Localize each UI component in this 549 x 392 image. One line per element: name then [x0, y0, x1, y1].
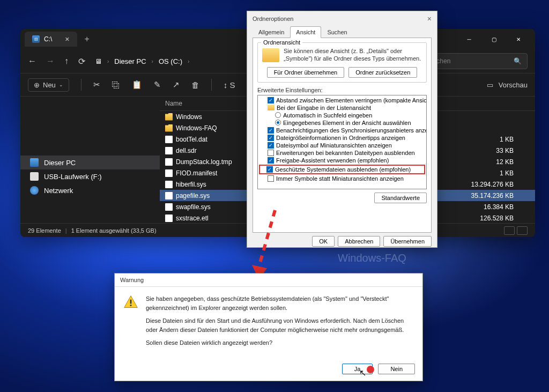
- folder-icon: [165, 124, 173, 132]
- no-button[interactable]: Nein: [378, 364, 415, 374]
- close-button[interactable]: ✕: [506, 29, 531, 49]
- new-button[interactable]: ⊕ Neu ⌄: [28, 78, 69, 92]
- view-list-icon[interactable]: [504, 226, 515, 235]
- tab-search[interactable]: Suchen: [321, 26, 353, 38]
- chevron-right-icon: ›: [152, 58, 153, 64]
- folder-icon: [262, 48, 279, 62]
- folder-icon: [268, 105, 274, 110]
- separator: [81, 79, 81, 91]
- cancel-button[interactable]: Abbrechen: [338, 236, 380, 247]
- folder-view-group: Ordneransicht Sie können diese Ansicht (…: [257, 42, 427, 83]
- folder-icon: [165, 113, 173, 121]
- share-icon[interactable]: ↗: [173, 80, 180, 90]
- tree-item[interactable]: Automatisch in Suchfeld eingeben: [260, 112, 424, 119]
- checkbox-icon[interactable]: ✓: [268, 127, 274, 134]
- delete-icon[interactable]: 🗑: [191, 80, 199, 90]
- maximize-button[interactable]: ▢: [481, 29, 506, 49]
- tab-title: C:\: [44, 35, 52, 43]
- status-count: 29 Elemente: [28, 227, 61, 234]
- sidebar-item-network[interactable]: Netzwerk: [20, 183, 160, 197]
- tree-item-protected-files[interactable]: ✓Geschützte Systemdateien ausblenden (em…: [259, 165, 425, 174]
- tree-item[interactable]: ✓Dateisymbol auf Miniaturansichten anzei…: [260, 142, 424, 149]
- new-tab-button[interactable]: +: [85, 34, 90, 44]
- usb-icon: [30, 172, 39, 181]
- back-button[interactable]: ←: [28, 56, 36, 66]
- breadcrumb-item[interactable]: OS (C:): [159, 57, 182, 65]
- reset-folders-button[interactable]: Ordner zurücksetzen: [348, 67, 417, 78]
- close-icon[interactable]: ×: [65, 35, 69, 43]
- svg-rect-3: [130, 300, 132, 304]
- globe-icon: [30, 186, 39, 195]
- copy-icon[interactable]: ⿻: [112, 80, 120, 90]
- breadcrumb-item[interactable]: Dieser PC: [114, 57, 146, 65]
- file-icon: [165, 147, 173, 154]
- chevron-right-icon: ›: [188, 58, 189, 64]
- tab-view[interactable]: Ansicht: [290, 26, 321, 38]
- paste-icon[interactable]: 📋: [132, 80, 142, 90]
- file-icon: [165, 136, 173, 143]
- tree-item[interactable]: ✓Dateigrößeinformationen in Ordnertipps …: [260, 134, 424, 142]
- tree-item[interactable]: ✓Abstand zwischen Elementen verringern (…: [260, 97, 424, 104]
- forward-button[interactable]: →: [46, 56, 55, 66]
- defaults-button[interactable]: Standardwerte: [374, 193, 427, 203]
- dialog-title: Warnung: [115, 273, 422, 287]
- view-grid-icon[interactable]: [517, 226, 528, 235]
- warning-text: Sie haben angegeben, dass geschützte Bet…: [146, 294, 414, 352]
- separator: [211, 79, 212, 91]
- search-icon: 🔍: [514, 57, 522, 65]
- checkbox-icon[interactable]: ✓: [268, 142, 274, 149]
- sort-icon[interactable]: ↕ S: [224, 80, 235, 90]
- checkbox-icon[interactable]: ✓: [266, 166, 273, 173]
- advanced-label: Erweiterte Einstellungen:: [257, 87, 427, 93]
- dialog-title: Ordneroptionen ×: [247, 11, 437, 26]
- refresh-button[interactable]: ⟳: [78, 56, 85, 66]
- tree-item[interactable]: Immer Symbole statt Miniaturansichten an…: [260, 175, 424, 182]
- tree-item[interactable]: ✓Freigabe-Assistent verwenden (empfohlen…: [260, 157, 424, 164]
- tree-item[interactable]: Eingegebenes Element in der Ansicht ausw…: [260, 119, 424, 127]
- column-name[interactable]: Name: [165, 100, 182, 107]
- sidebar-item-this-pc[interactable]: Dieser PC: [20, 156, 160, 169]
- advanced-settings-tree[interactable]: ✓Abstand zwischen Elementen verringern (…: [257, 95, 427, 189]
- status-selected: 1 Element ausgewählt (33,5 GB): [71, 227, 157, 234]
- file-icon: [165, 203, 173, 211]
- drive-icon: ⊟: [32, 35, 40, 43]
- tree-item[interactable]: ✓Benachrichtigungen des Synchronisierung…: [260, 127, 424, 134]
- tab-general[interactable]: Allgemein: [253, 26, 290, 38]
- warning-icon: [123, 294, 138, 309]
- file-icon: [165, 215, 173, 222]
- rename-icon[interactable]: ✎: [154, 80, 161, 90]
- chevron-right-icon: ›: [107, 58, 109, 64]
- up-button[interactable]: ↑: [64, 56, 69, 66]
- annotation-marker: [367, 366, 374, 373]
- chevron-down-icon: ⌄: [59, 82, 63, 87]
- ok-button[interactable]: OK: [312, 236, 335, 247]
- tab-active[interactable]: ⊟ C:\ ×: [25, 32, 77, 47]
- file-icon: [165, 181, 173, 188]
- file-icon: [165, 192, 173, 199]
- sidebar-item-usb[interactable]: USB-Laufwerk (F:): [20, 169, 160, 183]
- folder-options-dialog: Ordneroptionen × Allgemein Ansicht Suche…: [247, 11, 437, 248]
- monitor-icon: [30, 158, 39, 167]
- tabs: Allgemein Ansicht Suchen: [247, 26, 437, 38]
- radio-icon[interactable]: [275, 112, 281, 118]
- yes-button[interactable]: Ja: [342, 364, 373, 374]
- apply-button[interactable]: Übernehmen: [383, 236, 432, 247]
- close-icon[interactable]: ×: [427, 14, 432, 23]
- checkbox-icon[interactable]: ✓: [268, 157, 274, 164]
- warning-dialog: Warnung Sie haben angegeben, dass geschü…: [114, 273, 423, 381]
- tree-item[interactable]: Bei der Eingabe in der Listenansicht: [260, 104, 424, 112]
- checkbox-icon[interactable]: ✓: [268, 97, 274, 103]
- cut-icon[interactable]: ✂: [93, 80, 100, 90]
- checkbox-icon[interactable]: [268, 175, 274, 182]
- apply-to-folders-button[interactable]: Für Ordner übernehmen: [267, 67, 345, 78]
- tree-item[interactable]: Erweiterungen bei bekannten Dateitypen a…: [260, 149, 424, 157]
- minimize-button[interactable]: ─: [457, 29, 481, 49]
- breadcrumb[interactable]: 🖥 › Dieser PC › OS (C:) ›: [95, 57, 189, 65]
- checkbox-icon[interactable]: [268, 150, 274, 156]
- radio-icon[interactable]: [275, 120, 281, 125]
- monitor-icon: 🖥: [95, 57, 102, 65]
- preview-button[interactable]: Vorschau: [499, 81, 528, 89]
- checkbox-icon[interactable]: ✓: [268, 135, 274, 141]
- preview-pane-icon: ▭: [487, 81, 493, 89]
- file-icon: [165, 158, 173, 166]
